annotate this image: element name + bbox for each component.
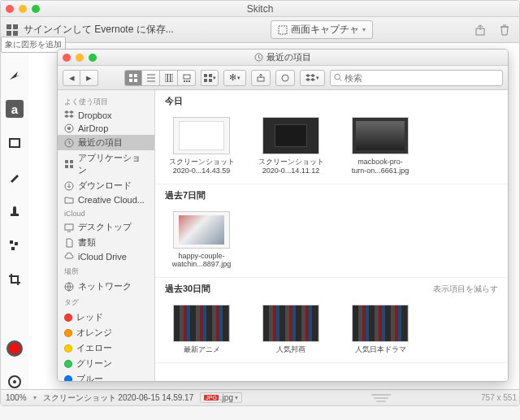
tags-menu-button[interactable] xyxy=(275,70,295,86)
pixelate-tool[interactable] xyxy=(6,236,24,254)
svg-rect-4 xyxy=(279,26,287,34)
svg-point-33 xyxy=(335,74,340,80)
capture-icon xyxy=(278,25,288,35)
airdrop-icon xyxy=(64,123,74,133)
color-picker[interactable] xyxy=(6,340,23,357)
svg-rect-0 xyxy=(6,24,11,29)
signin-label[interactable]: サインインして Evernote に保存... xyxy=(24,23,174,37)
pen-tool[interactable] xyxy=(6,168,24,186)
tag-item-グリーン[interactable]: グリーン xyxy=(58,356,154,371)
tag-label: イエロー xyxy=(76,342,112,354)
arrow-tool[interactable] xyxy=(6,66,24,84)
sidebar-item-label: デスクトップ xyxy=(78,221,132,233)
sidebar-item--[interactable]: ネットワーク xyxy=(58,279,154,294)
file-item[interactable]: 人気邦画 xyxy=(254,305,327,354)
svg-rect-1 xyxy=(13,24,18,29)
svg-rect-29 xyxy=(204,79,207,82)
chevron-down-icon[interactable]: ▾ xyxy=(33,394,37,401)
share-menu-button[interactable] xyxy=(251,70,271,86)
sidebar-item-label: iCloud Drive xyxy=(78,252,127,262)
trash-button[interactable] xyxy=(495,21,514,39)
tag-dot-icon xyxy=(64,314,72,322)
chevron-down-icon: ▾ xyxy=(235,394,238,401)
sidebar-item--[interactable]: ダウンロード xyxy=(58,178,154,193)
sidebar-item--[interactable]: デスクトップ xyxy=(58,219,154,235)
sidebar-head-locations: 場所 xyxy=(58,263,154,279)
file-caption: macbook-pro-turn-on...6661.jpg xyxy=(352,158,410,175)
stroke-width-tool[interactable] xyxy=(6,373,24,391)
search-icon xyxy=(334,73,342,82)
file-item[interactable]: スクリーンショット2020-0...14.11.12 xyxy=(254,117,327,175)
file-item[interactable]: 最新アニメ xyxy=(165,305,238,354)
file-item[interactable]: macbook-pro-turn-on...6661.jpg xyxy=(344,117,417,175)
group-title: 過去7日間 xyxy=(165,189,206,201)
svg-rect-38 xyxy=(70,160,73,163)
tag-item-ブルー[interactable]: ブルー xyxy=(58,371,154,381)
file-caption: スクリーンショット2020-0...14.43.59 xyxy=(169,158,235,175)
status-filename: スクリーンショット 2020-06-15 14.59.17 xyxy=(43,392,194,404)
file-group: 過去30日間表示項目を減らす最新アニメ人気邦画人気日本ドラマ xyxy=(155,278,508,363)
crop-tool[interactable] xyxy=(6,271,24,288)
tool-rail: a xyxy=(1,50,28,391)
sidebar-item--[interactable]: 最近の項目 xyxy=(58,135,154,150)
file-group: 過去7日間happy-couple-watchin...8897.jpg xyxy=(155,184,508,279)
file-item[interactable]: happy-couple-watchin...8897.jpg xyxy=(165,211,238,270)
sidebar-item-airdrop[interactable]: AirDrop xyxy=(58,122,154,135)
sidebar-item-creative-cloud-[interactable]: Creative Cloud... xyxy=(58,193,154,206)
finder-window: 最近の項目 ◂ ▸ ▾ ✻▾ ▾ よく使う項目 DropboxAirDrop最近… xyxy=(57,49,509,382)
group-title: 過去30日間 xyxy=(165,283,210,295)
sidebar-head-icloud: iCloud xyxy=(58,206,154,219)
list-view-button[interactable] xyxy=(142,70,160,86)
file-item[interactable]: スクリーンショット2020-0...14.43.59 xyxy=(165,117,238,175)
search-input[interactable] xyxy=(344,73,499,83)
dropbox-menu-button[interactable]: ▾ xyxy=(300,70,325,86)
tag-item-レッド[interactable]: レッド xyxy=(58,310,154,325)
forward-button[interactable]: ▸ xyxy=(80,70,98,86)
stamp-tool[interactable] xyxy=(6,202,24,220)
svg-rect-12 xyxy=(11,247,15,250)
tag-label: グリーン xyxy=(76,357,112,370)
icon-view-button[interactable] xyxy=(124,70,142,86)
svg-rect-17 xyxy=(134,74,137,77)
file-format-selector[interactable]: JPG .jpg ▾ xyxy=(200,392,242,403)
zoom-level[interactable]: 100% xyxy=(6,393,27,402)
sidebar-item-dropbox[interactable]: Dropbox xyxy=(58,109,154,122)
tag-item-オレンジ[interactable]: オレンジ xyxy=(58,325,154,340)
file-item[interactable]: 人気日本ドラマ xyxy=(344,305,417,354)
finder-content[interactable]: 今日スクリーンショット2020-0...14.43.59スクリーンショット202… xyxy=(155,90,508,381)
rect-tool[interactable] xyxy=(6,134,24,152)
tag-dot-icon xyxy=(64,360,72,368)
dimensions-note: 757 x 551 xyxy=(481,393,517,402)
svg-rect-27 xyxy=(204,74,207,77)
recents-icon xyxy=(64,138,74,148)
network-icon xyxy=(64,282,74,292)
tag-item-イエロー[interactable]: イエロー xyxy=(58,340,154,356)
screen-capture-button[interactable]: 画面キャプチャ ▾ xyxy=(271,20,373,39)
drag-handle[interactable] xyxy=(371,394,391,402)
grid-icon[interactable] xyxy=(6,24,19,37)
gallery-view-button[interactable] xyxy=(178,70,196,86)
text-tool[interactable]: a xyxy=(6,100,24,118)
sidebar-item-icloud-drive[interactable]: iCloud Drive xyxy=(58,250,154,263)
svg-rect-16 xyxy=(129,74,132,77)
sidebar-item--[interactable]: アプリケーション xyxy=(58,150,154,178)
svg-rect-25 xyxy=(186,80,188,82)
tag-label: オレンジ xyxy=(76,327,112,339)
svg-rect-7 xyxy=(11,214,19,216)
sidebar-item-label: 書類 xyxy=(78,236,96,249)
sidebar-item-label: ネットワーク xyxy=(78,280,132,292)
group-by-button[interactable]: ▾ xyxy=(201,70,219,86)
desktop-icon xyxy=(64,223,74,232)
sidebar-item--[interactable]: 書類 xyxy=(58,235,154,250)
dropbox-icon xyxy=(64,110,74,120)
show-less-button[interactable]: 表示項目を減らす xyxy=(433,284,498,295)
svg-rect-2 xyxy=(6,31,11,36)
share-button[interactable] xyxy=(470,21,490,39)
back-button[interactable]: ◂ xyxy=(63,70,80,86)
tag-dot-icon xyxy=(64,375,72,382)
svg-rect-21 xyxy=(167,74,170,82)
finder-titlebar: 最近の項目 xyxy=(58,50,508,66)
file-caption: 人気日本ドラマ xyxy=(355,345,406,354)
action-menu-button[interactable]: ✻▾ xyxy=(223,70,246,86)
column-view-button[interactable] xyxy=(160,70,178,86)
